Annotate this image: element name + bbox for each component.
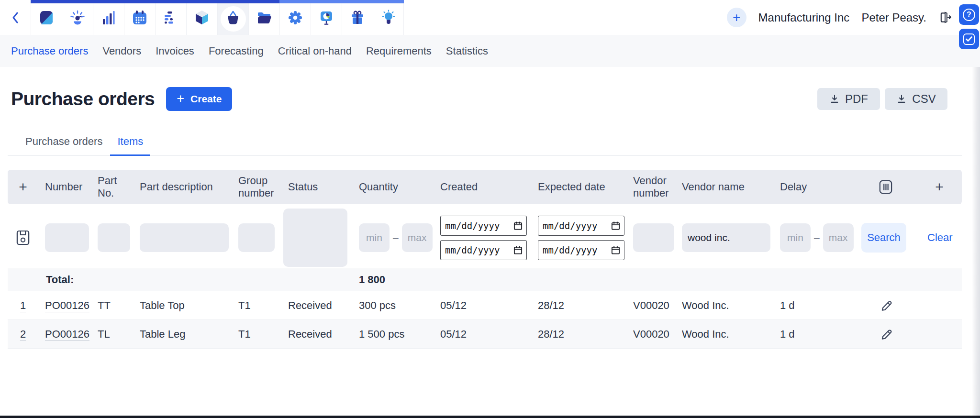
calendar-picker-icon — [513, 245, 523, 255]
table-row: 1 PO00126 TT Table Top T1 Received 300 p… — [8, 291, 962, 320]
edit-row-button[interactable] — [879, 327, 893, 341]
export-pdf-button[interactable]: PDF — [817, 88, 880, 110]
row-index-link[interactable]: 2 — [20, 328, 26, 341]
pencil-icon — [879, 298, 893, 312]
files-folder-icon — [256, 10, 272, 26]
tab-strip — [155, 0, 187, 3]
search-button[interactable]: Search — [861, 223, 906, 253]
app-tab-files[interactable] — [248, 0, 279, 35]
app-tab-rewards[interactable] — [342, 0, 373, 35]
clear-button[interactable]: Clear — [927, 231, 953, 244]
user-menu[interactable]: Peter Peasy. — [861, 11, 926, 24]
row-index-link[interactable]: 1 — [20, 299, 26, 312]
expected-date-filters: mm/dd/yyyy mm/dd/yyyy — [538, 216, 624, 260]
app-tab-calendar[interactable] — [124, 0, 155, 35]
pencil-icon — [879, 327, 893, 341]
columns-icon — [879, 180, 892, 194]
created-to-date-input[interactable]: mm/dd/yyyy — [440, 240, 527, 260]
cell-quantity: 300 pcs — [352, 291, 434, 319]
cell-group-number: T1 — [232, 291, 281, 319]
bar-chart-icon — [100, 10, 117, 26]
nav-item-critical-on-hand[interactable]: Critical on-hand — [278, 45, 352, 57]
tab-items[interactable]: Items — [110, 135, 150, 156]
quantity-min-input[interactable] — [359, 223, 390, 252]
create-button[interactable]: + Create — [166, 87, 232, 111]
delay-min-input[interactable] — [780, 223, 811, 252]
app-tab-statistics[interactable] — [93, 0, 124, 35]
app-tab-planning[interactable] — [155, 0, 186, 35]
edit-row-button[interactable] — [879, 298, 893, 312]
app-tab-reports[interactable] — [311, 0, 342, 35]
add-new-button[interactable]: + — [727, 8, 746, 27]
vertical-scrollbar[interactable] — [972, 67, 980, 416]
filter-vendor-name-input[interactable] — [682, 223, 770, 252]
po-number-link[interactable]: PO00126 — [45, 328, 89, 341]
download-icon — [896, 93, 907, 105]
pdf-label: PDF — [845, 92, 868, 106]
cell-part-no: TL — [91, 320, 133, 348]
app-tab-inventory[interactable] — [186, 0, 217, 35]
logout-icon[interactable] — [938, 11, 951, 24]
corner-widgets: ? — [959, 4, 979, 49]
app-tab-insights[interactable] — [62, 0, 93, 35]
nav-item-vendors[interactable]: Vendors — [102, 45, 141, 57]
help-button[interactable]: ? — [959, 4, 979, 25]
cell-expected-date: 28/12 — [531, 320, 626, 348]
filter-part-no-input[interactable] — [98, 223, 130, 252]
app-tab-ideas[interactable] — [373, 0, 404, 35]
column-settings-button[interactable] — [879, 180, 892, 194]
save-filter-button[interactable] — [16, 230, 30, 245]
date-placeholder: mm/dd/yyyy — [543, 245, 597, 255]
nav-item-purchase-orders[interactable]: Purchase orders — [11, 45, 88, 57]
app-tab-procurement[interactable] — [217, 0, 248, 35]
date-placeholder: mm/dd/yyyy — [543, 220, 597, 231]
expected-to-date-input[interactable]: mm/dd/yyyy — [538, 240, 624, 260]
filter-number-input[interactable] — [45, 223, 89, 252]
add-column-icon[interactable]: + — [935, 179, 944, 195]
filter-status-select[interactable] — [283, 209, 347, 267]
export-buttons: PDF CSV — [817, 88, 947, 110]
cell-vendor-number: V00020 — [626, 291, 675, 319]
created-from-date-input[interactable]: mm/dd/yyyy — [440, 216, 527, 236]
date-placeholder: mm/dd/yyyy — [445, 245, 500, 255]
cell-delay: 1 d — [773, 291, 855, 319]
csv-label: CSV — [912, 92, 935, 106]
tab-strip — [62, 0, 93, 3]
app-tab-logo[interactable] — [31, 0, 62, 35]
cell-vendor-name: Wood Inc. — [675, 320, 773, 348]
cell-vendor-name: Wood Inc. — [675, 291, 773, 319]
download-icon — [829, 93, 840, 105]
tab-strip — [248, 0, 280, 3]
nav-item-statistics[interactable]: Statistics — [446, 45, 488, 57]
gantt-icon — [163, 10, 179, 26]
total-label: Total: — [38, 268, 91, 291]
add-row-icon[interactable]: + — [19, 179, 27, 195]
cell-part-description: Table Top — [133, 291, 232, 319]
filter-part-description-input[interactable] — [140, 223, 229, 252]
rewards-gift-icon — [349, 10, 366, 26]
filter-vendor-number-input[interactable] — [633, 223, 674, 252]
expected-from-date-input[interactable]: mm/dd/yyyy — [538, 216, 624, 236]
filter-group-number-input[interactable] — [238, 223, 275, 252]
calendar-picker-icon — [513, 221, 523, 231]
cell-vendor-number: V00020 — [626, 320, 675, 348]
date-placeholder: mm/dd/yyyy — [445, 220, 500, 231]
export-csv-button[interactable]: CSV — [885, 88, 947, 110]
company-menu[interactable]: Manufacturing Inc — [758, 11, 850, 24]
nav-item-forecasting[interactable]: Forecasting — [209, 45, 264, 57]
tasks-button[interactable] — [959, 29, 979, 49]
col-header-expected-date: Expected date — [531, 170, 626, 204]
delay-max-input[interactable] — [823, 223, 854, 252]
app-tab-settings[interactable] — [279, 0, 311, 35]
filter-row: – mm/dd/yyyy mm/dd/yyyy — [8, 204, 962, 268]
page-title: Purchase orders — [11, 88, 155, 110]
nav-item-requirements[interactable]: Requirements — [366, 45, 432, 57]
question-icon: ? — [963, 9, 975, 21]
back-chevron-icon[interactable] — [0, 0, 31, 35]
nav-item-invoices[interactable]: Invoices — [156, 45, 194, 57]
po-number-link[interactable]: PO00126 — [45, 299, 89, 312]
logo-icon — [38, 10, 55, 26]
quantity-max-input[interactable] — [402, 223, 433, 252]
tab-strip — [186, 0, 218, 3]
tab-purchase-orders[interactable]: Purchase orders — [18, 135, 110, 156]
